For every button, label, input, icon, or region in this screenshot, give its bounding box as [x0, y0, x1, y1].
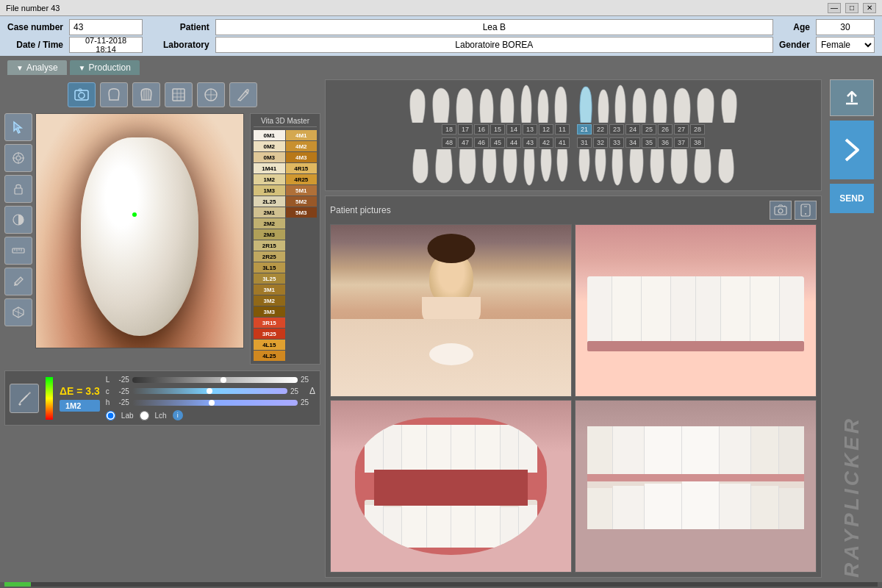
tooth-42-svg[interactable] — [539, 149, 553, 182]
3d-view-tool-btn[interactable] — [4, 298, 32, 326]
tooth-32-svg[interactable] — [593, 149, 608, 182]
tooth-num-13[interactable]: 13 — [523, 124, 537, 135]
tooth-36-svg[interactable] — [668, 149, 690, 184]
tooth-num-23[interactable]: 23 — [609, 124, 624, 135]
color-cell-3l25[interactable]: 3L25 — [254, 273, 284, 284]
target-tool-btn[interactable] — [4, 144, 32, 172]
camera-icon-btn[interactable] — [770, 201, 792, 220]
tooth-num-26[interactable]: 26 — [658, 124, 673, 135]
color-cell-0m2[interactable]: 0M2 — [254, 141, 284, 151]
color-cell-2m2[interactable]: 2M2 — [254, 218, 284, 229]
tooth-12[interactable] — [536, 89, 551, 123]
color-cell-4r25[interactable]: 4R25 — [286, 174, 318, 184]
color-cell-0m3[interactable]: 0M3 — [254, 152, 284, 162]
color-cell-4l25[interactable]: 4L25 — [254, 351, 284, 361]
color-cell-2m1[interactable]: 2M1 — [254, 207, 284, 218]
tooth-48-svg[interactable] — [409, 149, 431, 184]
color-cell-5m1[interactable]: 5M1 — [286, 185, 318, 196]
tooth-16[interactable] — [453, 87, 476, 123]
lab-radio[interactable] — [106, 411, 115, 420]
patient-open-mouth-cell[interactable] — [330, 400, 572, 573]
color-cell-3m1[interactable]: 3M1 — [254, 284, 284, 295]
color-cell-2r15[interactable]: 2R15 — [254, 240, 284, 251]
tooth-27[interactable] — [695, 87, 717, 123]
upload-button[interactable] — [830, 79, 874, 116]
color-cell-2r25[interactable]: 2R25 — [254, 251, 284, 262]
tooth-34-svg[interactable] — [627, 149, 646, 183]
tooth-21[interactable] — [577, 86, 595, 123]
tooth-num-17[interactable]: 17 — [458, 124, 473, 135]
tooth-num-28[interactable]: 28 — [690, 124, 705, 135]
tab-production[interactable]: ▼ Production — [70, 60, 140, 75]
tooth-num-44[interactable]: 44 — [506, 137, 521, 148]
tooth-37-svg[interactable] — [692, 149, 714, 184]
color-cell-3l15[interactable]: 3L15 — [254, 262, 284, 273]
tooth-41-svg[interactable] — [555, 149, 570, 182]
tooth-num-45[interactable]: 45 — [490, 137, 505, 148]
minimize-button[interactable]: — — [828, 3, 841, 13]
color-cell-5m2[interactable]: 5M2 — [286, 196, 318, 207]
tooth-45-svg[interactable] — [480, 149, 499, 183]
tooth-num-22[interactable]: 22 — [593, 124, 608, 135]
color-cell-1m3[interactable]: 1M3 — [254, 185, 284, 196]
pipette-button[interactable] — [10, 384, 39, 413]
tab-analyse[interactable]: ▼ Analyse — [7, 60, 67, 75]
select-tool-btn[interactable] — [4, 113, 32, 141]
tooth-num-35[interactable]: 35 — [642, 137, 656, 148]
tooth-num-27[interactable]: 27 — [674, 124, 689, 135]
color-cell-4r15[interactable]: 4R15 — [286, 163, 318, 173]
c-slider-track[interactable] — [132, 388, 287, 394]
close-button[interactable]: ✕ — [863, 3, 876, 13]
tooth-23[interactable] — [612, 85, 628, 123]
send-button[interactable]: SEND — [830, 184, 874, 213]
color-cell-4l15[interactable]: 4L15 — [254, 340, 284, 350]
tooth-num-34[interactable]: 34 — [625, 137, 640, 148]
info-button[interactable]: i — [173, 410, 183, 420]
brush-tool-icon[interactable] — [229, 82, 257, 107]
tooth-num-32[interactable]: 32 — [593, 137, 608, 148]
tooth-24[interactable] — [630, 87, 649, 123]
tooth-num-11[interactable]: 11 — [555, 124, 570, 135]
tooth-num-24[interactable]: 24 — [625, 124, 640, 135]
tooth-num-33[interactable]: 33 — [609, 137, 624, 148]
tooth-35-svg[interactable] — [648, 149, 667, 183]
color-cell-3m3[interactable]: 3M3 — [254, 306, 284, 317]
patient-side-teeth-cell[interactable] — [575, 400, 817, 573]
grid-tool-icon[interactable] — [165, 82, 193, 107]
h-slider-track[interactable] — [132, 400, 298, 406]
tooth-num-47[interactable]: 47 — [458, 137, 473, 148]
tooth-num-14[interactable]: 14 — [506, 124, 521, 135]
tooth-num-31[interactable]: 31 — [577, 137, 592, 148]
gender-select[interactable]: Female Male — [816, 37, 875, 53]
tooth-17[interactable] — [430, 87, 452, 123]
tooth-31-svg[interactable] — [577, 149, 592, 182]
color-cell-2l25[interactable]: 2L25 — [254, 196, 284, 207]
tooth-3d-tool-icon[interactable] — [132, 82, 160, 107]
color-cell-3r15[interactable]: 3R15 — [254, 318, 284, 328]
tooth-num-15[interactable]: 15 — [490, 124, 505, 135]
tooth-47-svg[interactable] — [433, 149, 455, 184]
tooth-num-43[interactable]: 43 — [523, 137, 537, 148]
tooth-num-18[interactable]: 18 — [442, 124, 456, 135]
tooth-num-41[interactable]: 41 — [555, 137, 570, 148]
tooth-25[interactable] — [650, 87, 670, 123]
tooth-num-12[interactable]: 12 — [539, 124, 553, 135]
mobile-icon-btn[interactable] — [795, 201, 817, 220]
maximize-button[interactable]: □ — [845, 3, 858, 13]
ruler-tool-btn[interactable] — [4, 237, 32, 265]
tooth-26[interactable] — [671, 87, 693, 123]
lch-radio[interactable] — [140, 411, 149, 420]
camera-tool-icon[interactable] — [68, 82, 96, 107]
tooth-num-42[interactable]: 42 — [539, 137, 553, 148]
patient-teeth-closeup-cell[interactable] — [575, 224, 817, 397]
contrast-tool-btn[interactable] — [4, 206, 32, 234]
color-cell-1m2[interactable]: 1M2 — [254, 174, 284, 184]
tooth-num-36[interactable]: 36 — [658, 137, 673, 148]
tooth-num-37[interactable]: 37 — [674, 137, 689, 148]
circle-tool-icon[interactable] — [197, 82, 225, 107]
tooth-33-svg[interactable] — [609, 149, 625, 186]
color-cell-2m3[interactable]: 2M3 — [254, 229, 284, 240]
eyedropper-tool-btn[interactable] — [4, 268, 32, 295]
tooth-18[interactable] — [406, 87, 429, 123]
color-cell-4m3[interactable]: 4M3 — [286, 152, 318, 162]
